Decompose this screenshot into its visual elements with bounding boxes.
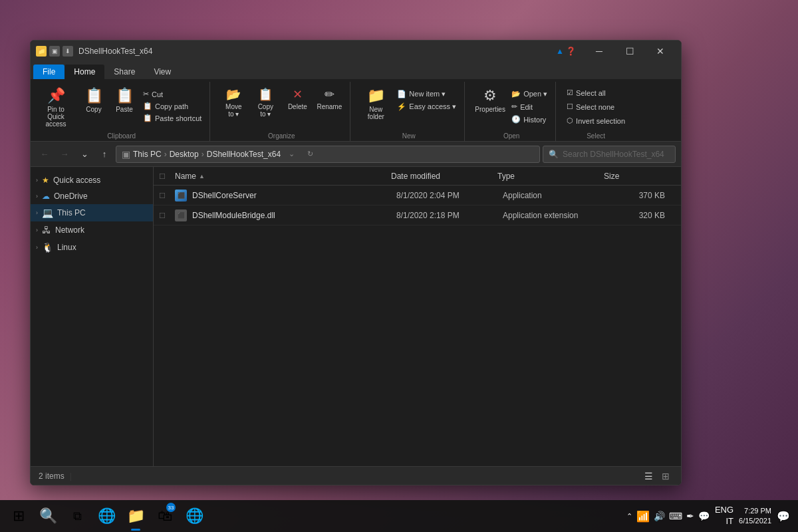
details-view-button[interactable]: ☰ <box>641 469 656 483</box>
stylus-icon[interactable]: ✒ <box>686 511 694 521</box>
chevron-up-icon[interactable]: ⌃ <box>626 512 632 521</box>
minimize-button[interactable]: ─ <box>584 41 614 62</box>
file-list-header: ☐ Name ▲ Date modified Type Size <box>154 167 681 186</box>
notifications-button[interactable]: 💬 <box>777 510 790 523</box>
sidebar-item-network[interactable]: › 🖧 Network <box>31 221 153 239</box>
header-name[interactable]: Name ▲ <box>175 172 391 181</box>
pin-to-quick-access-button[interactable]: 📌 Pin to Quickaccess <box>39 84 73 130</box>
history-button[interactable]: 🕐 History <box>509 114 550 125</box>
header-check: ☐ <box>159 172 175 181</box>
organize-label: Organize <box>218 131 344 141</box>
clipboard-small-btns: ✂ Cut 📋 Copy path 📋 Paste shortcut <box>140 84 204 124</box>
ribbon-group-clipboard: 📌 Pin to Quickaccess 📋 Copy 📋 Paste <box>33 82 210 141</box>
volume-icon[interactable]: 🔊 <box>654 511 665 521</box>
header-date[interactable]: Date modified <box>391 172 497 181</box>
row2-size: 320 KB <box>609 211 676 220</box>
notification-icon[interactable]: 💬 <box>698 511 710 521</box>
network-tray-icon[interactable]: 📶 <box>636 510 650 523</box>
task-view-button[interactable]: ⧉ <box>64 500 90 532</box>
select-all-button[interactable]: ☑ Select all <box>564 87 628 98</box>
back-button[interactable]: ← <box>36 146 53 163</box>
pin-label: Pin to Quickaccess <box>40 106 72 128</box>
delete-button[interactable]: ✕ Delete <box>282 84 313 113</box>
row2-filename: DShellModuleBridge.dll <box>192 211 275 220</box>
network-chevron: › <box>36 227 38 233</box>
clipboard-label: Clipboard <box>39 131 204 141</box>
file-explorer-button[interactable]: 📁 <box>122 500 149 532</box>
store-button[interactable]: 🛍 33 <box>152 500 178 532</box>
breadcrumb-current[interactable]: DShellHookTest_x64 <box>207 150 281 159</box>
copy-to-button[interactable]: 📋 Copyto ▾ <box>250 84 281 120</box>
paste-button[interactable]: 📋 Paste <box>110 84 139 116</box>
address-right-controls: ⌄ ↻ <box>283 146 318 162</box>
file-list: ☐ Name ▲ Date modified Type Size ☐ <box>154 167 681 466</box>
help-button[interactable]: ▲ ❓ <box>551 41 581 62</box>
sidebar-item-this-pc[interactable]: › 💻 This PC <box>31 204 153 221</box>
rename-icon: ✏ <box>325 87 334 102</box>
paste-shortcut-button[interactable]: 📋 Paste shortcut <box>140 112 204 124</box>
copy-path-button[interactable]: 📋 Copy path <box>140 100 204 112</box>
table-row[interactable]: ☐ ⬛ DShellCoreServer 8/1/2020 2:04 PM Ap… <box>154 186 681 205</box>
new-small-btns: 📄 New item ▾ ⚡ Easy access ▾ <box>394 84 459 112</box>
move-to-button[interactable]: 📂 Moveto ▾ <box>218 84 249 120</box>
row1-filename: DShellCoreServer <box>192 191 257 200</box>
tab-home[interactable]: Home <box>65 65 104 79</box>
table-row[interactable]: ☐ ⬛ DShellModuleBridge.dll 8/1/2020 2:18… <box>154 205 681 225</box>
copy-button[interactable]: 📋 Copy <box>79 84 108 116</box>
select-none-button[interactable]: ☐ Select none <box>564 101 628 112</box>
sidebar-item-onedrive[interactable]: › ☁ OneDrive <box>31 188 153 204</box>
app-7[interactable]: 🌐 <box>181 500 207 532</box>
edit-button[interactable]: ✏ Edit <box>509 101 550 112</box>
close-button[interactable]: ✕ <box>645 41 676 62</box>
search-box[interactable]: 🔍 Search DShellHookTest_x64 <box>543 146 676 163</box>
search-button[interactable]: 🔍 <box>35 500 61 532</box>
large-icons-view-button[interactable]: ⊞ <box>658 469 673 483</box>
tab-share[interactable]: Share <box>104 65 144 79</box>
breadcrumb-desktop[interactable]: Desktop <box>170 150 199 159</box>
refresh-button[interactable]: ↻ <box>302 146 318 162</box>
sidebar-item-linux[interactable]: › 🐧 Linux <box>31 239 153 256</box>
linux-label: Linux <box>57 243 76 252</box>
up-button[interactable]: ↑ <box>96 146 113 163</box>
ribbon-tabs: File Home Share View <box>31 62 681 79</box>
address-dropdown-button[interactable]: ⌄ <box>283 146 299 162</box>
address-bar[interactable]: ▣ This PC › Desktop › DShellHookTest_x64… <box>116 146 540 163</box>
dll-icon: ⬛ <box>175 209 187 221</box>
cut-button[interactable]: ✂ Cut <box>140 88 204 100</box>
sidebar-item-quick-access[interactable]: › ★ Quick access <box>31 172 153 188</box>
row1-type: Application <box>503 191 609 200</box>
keyboard-icon[interactable]: ⌨ <box>669 511 682 521</box>
new-item-button[interactable]: 📄 New item ▾ <box>394 88 459 100</box>
start-button[interactable]: ⊞ <box>5 500 32 532</box>
language-code: ENG <box>715 505 733 516</box>
address-folder-icon: ▣ <box>122 149 130 160</box>
maximize-button[interactable]: ☐ <box>614 41 645 62</box>
invert-selection-button[interactable]: ⬡ Invert selection <box>564 115 628 126</box>
paste-label: Paste <box>116 106 133 113</box>
header-type[interactable]: Type <box>497 172 604 181</box>
easy-access-button[interactable]: ⚡ Easy access ▾ <box>394 101 459 112</box>
new-folder-button[interactable]: 📁 Newfolder <box>358 84 393 123</box>
date-display: 6/15/2021 <box>739 516 771 526</box>
forward-button[interactable]: → <box>56 146 73 163</box>
invert-selection-icon: ⬡ <box>567 116 573 125</box>
tab-view[interactable]: View <box>144 65 180 79</box>
search-icon: 🔍 <box>549 150 559 159</box>
main-content: › ★ Quick access › ☁ OneDrive › 💻 This P… <box>31 167 681 466</box>
breadcrumb-this-pc[interactable]: This PC <box>133 150 162 159</box>
tab-file[interactable]: File <box>33 65 65 79</box>
properties-button[interactable]: ⚙ Properties <box>473 84 507 116</box>
clock[interactable]: 7:29 PM 6/15/2021 <box>739 506 771 527</box>
edge-button[interactable]: 🌐 <box>93 500 120 532</box>
open-dropdown-button[interactable]: 📂 Open ▾ <box>509 88 550 100</box>
onedrive-label: OneDrive <box>54 192 88 201</box>
header-size[interactable]: Size <box>604 172 670 181</box>
recent-locations-button[interactable]: ⌄ <box>76 146 93 163</box>
time-display: 7:29 PM <box>739 506 771 516</box>
select-label: Select <box>564 131 628 141</box>
taskbar: ⊞ 🔍 ⧉ 🌐 📁 🛍 33 🌐 <box>0 500 798 532</box>
rename-button[interactable]: ✏ Rename <box>314 84 344 113</box>
store-badge: 33 <box>166 503 176 512</box>
history-icon: 🕐 <box>511 115 521 124</box>
linux-chevron: › <box>36 244 38 251</box>
